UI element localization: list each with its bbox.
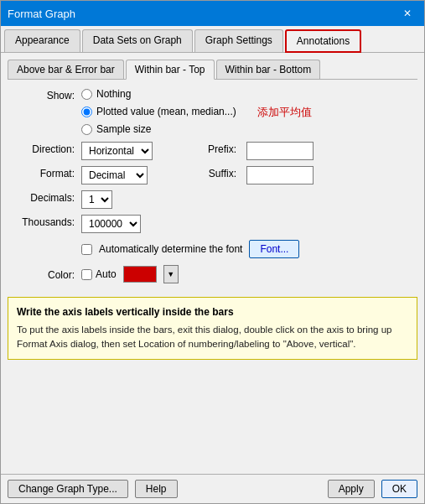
title-bar-buttons: ✕ (397, 6, 417, 21)
help-button[interactable]: Help (135, 480, 178, 498)
direction-label: Direction: (8, 142, 75, 155)
thousands-row: Thousands: 100000 1,000 1.000 (8, 215, 153, 233)
auto-font-label[interactable]: Automatically determine the font (99, 243, 242, 255)
window-title: Format Graph (8, 8, 75, 20)
color-auto-row: Auto (81, 268, 117, 280)
ok-button[interactable]: OK (381, 480, 417, 498)
footer: Change Graph Type... Help Apply OK (1, 474, 424, 503)
radio-sample-label[interactable]: Sample size (96, 123, 151, 135)
decimals-label: Decimals: (8, 190, 75, 204)
thousands-label: Thousands: (8, 215, 75, 228)
color-swatch[interactable] (123, 266, 157, 283)
close-button[interactable]: ✕ (397, 6, 417, 21)
sub-tab-above-bar[interactable]: Above bar & Error bar (8, 60, 124, 79)
show-row: Show: Nothing Plotted value (mean, media… (8, 88, 417, 135)
sub-tab-within-bar-top[interactable]: Within bar - Top (126, 60, 215, 80)
auto-color-label[interactable]: Auto (96, 268, 117, 280)
prefix-input[interactable] (246, 142, 314, 160)
prefix-row: Prefix: (169, 142, 314, 160)
radio-plotted-row: Plotted value (mean, median...) 添加平均值 (81, 103, 312, 120)
main-tabs: Appearance Data Sets on Graph Graph Sett… (1, 26, 424, 53)
direction-prefix-section: Direction: Horizontal Vertical Format: D… (8, 142, 417, 233)
format-row: Format: Decimal Scientific Integer (8, 166, 153, 184)
color-dropdown[interactable]: ▼ (163, 265, 179, 283)
radio-sample-row: Sample size (81, 123, 312, 135)
color-label: Color: (8, 268, 75, 281)
tab-appearance[interactable]: Appearance (4, 29, 80, 52)
content-area: Above bar & Error bar Within bar - Top W… (1, 53, 424, 474)
footer-left: Change Graph Type... Help (8, 480, 321, 498)
font-button[interactable]: Font... (249, 240, 299, 258)
tab-graph-settings[interactable]: Graph Settings (194, 29, 283, 52)
radio-sample[interactable] (81, 124, 92, 135)
warning-box: Write the axis labels vertically inside … (8, 297, 417, 360)
radio-plotted-label[interactable]: Plotted value (mean, median...) (96, 106, 236, 117)
show-controls: Nothing Plotted value (mean, median...) … (81, 88, 312, 135)
change-graph-type-button[interactable]: Change Graph Type... (8, 480, 128, 498)
right-col: Prefix: Suffix: (169, 142, 314, 184)
warning-text: To put the axis labels inside the bars, … (17, 323, 408, 352)
apply-button[interactable]: Apply (328, 480, 375, 498)
title-bar: Format Graph ✕ (1, 1, 424, 26)
sub-tab-within-bar-bottom[interactable]: Within bar - Bottom (216, 60, 321, 79)
auto-color-checkbox[interactable] (81, 269, 92, 280)
decimals-select[interactable]: 0 1 2 3 4 (81, 190, 112, 209)
warning-title: Write the axis labels vertically inside … (17, 304, 408, 320)
thousands-select[interactable]: 100000 1,000 1.000 (81, 215, 141, 233)
suffix-input[interactable] (246, 166, 314, 184)
decimals-row: Decimals: 0 1 2 3 4 (8, 190, 153, 209)
suffix-label: Suffix: (169, 166, 236, 179)
form-section: Show: Nothing Plotted value (mean, media… (8, 88, 417, 467)
radio-nothing[interactable] (81, 89, 92, 100)
footer-right: Apply OK (328, 480, 417, 498)
radio-nothing-label[interactable]: Nothing (96, 88, 131, 100)
radio-nothing-row: Nothing (81, 88, 312, 100)
tab-data-sets[interactable]: Data Sets on Graph (82, 29, 193, 52)
direction-row: Direction: Horizontal Vertical (8, 142, 153, 160)
format-select[interactable]: Decimal Scientific Integer (81, 166, 148, 184)
prefix-label: Prefix: (169, 142, 236, 155)
auto-font-checkbox[interactable] (81, 244, 92, 255)
show-label: Show: (8, 88, 75, 101)
suffix-row: Suffix: (169, 166, 314, 184)
direction-select[interactable]: Horizontal Vertical (81, 142, 153, 160)
format-label: Format: (8, 166, 75, 179)
radio-plotted[interactable] (81, 107, 92, 117)
color-row: Color: Auto ▼ (8, 265, 417, 283)
left-col: Direction: Horizontal Vertical Format: D… (8, 142, 153, 233)
auto-font-row: Automatically determine the font Font... (81, 240, 417, 258)
sub-tabs: Above bar & Error bar Within bar - Top W… (8, 60, 417, 80)
tab-annotations[interactable]: Annotations (285, 29, 361, 53)
format-graph-window: Format Graph ✕ Appearance Data Sets on G… (0, 0, 425, 504)
chinese-note: 添加平均值 (257, 103, 312, 120)
